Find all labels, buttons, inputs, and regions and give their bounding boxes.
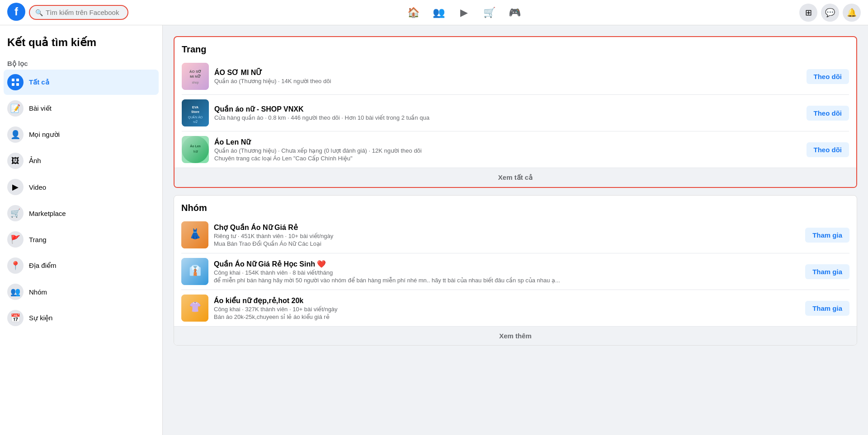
search-input[interactable]: áo nữ — [46, 9, 122, 16]
anh-icon: 🖼 — [7, 153, 24, 169]
shop-vnxk-meta: Cửa hàng quần áo · 0.8 km · 446 người th… — [214, 114, 801, 121]
svg-text:NỮ: NỮ — [193, 120, 197, 123]
trang-item-shop-vnxk[interactable]: EVA Store QUẦN ÁO NỮ Quần áo nữ - SHOP V… — [175, 95, 856, 131]
tat-ca-label: Tất cả — [29, 78, 49, 86]
video-label: Video — [29, 183, 46, 191]
tham-gia-cho-quan-ao-button[interactable]: Tham gia — [805, 228, 849, 243]
ao-kieu-nu-meta: Công khai · 327K thành viên · 10+ bài vi… — [214, 306, 800, 313]
svg-rect-4 — [12, 83, 14, 86]
sidebar-item-su-kien[interactable]: 📅 Sự kiện — [4, 305, 159, 331]
nhom-item-ao-kieu-nu[interactable]: 👚 Áo kiểu nữ đẹp,rẻ,hot 20k Công khai · … — [174, 290, 857, 326]
shop-vnxk-info: Quần áo nữ - SHOP VNXK Cửa hàng quần áo … — [214, 105, 801, 121]
nav-center-icons: 🏠 👥 ▶ 🛒 🎮 — [132, 4, 796, 22]
sidebar-item-bai-viet[interactable]: 📝 Bài viết — [4, 96, 159, 121]
xem-them-nhom-button[interactable]: Xem thêm — [174, 326, 857, 345]
ao-len-nu-meta: Quần áo (Thương hiệu) · Chưa xếp hạng (0… — [214, 147, 801, 154]
sidebar-title: Kết quả tìm kiếm — [4, 33, 159, 56]
hoc-sinh-avatar: 👔 — [181, 258, 208, 285]
sidebar-item-marketplace[interactable]: 🛒 Marketplace — [4, 201, 159, 226]
marketplace-nav-button[interactable]: 🛒 — [478, 4, 500, 22]
friends-nav-button[interactable]: 👥 — [428, 4, 449, 22]
ao-kieu-nu-info: Áo kiểu nữ đẹp,rẻ,hot 20k Công khai · 32… — [214, 296, 800, 320]
svg-text:👚: 👚 — [189, 301, 202, 313]
cho-quan-ao-avatar: 👗 — [181, 221, 208, 248]
dia-diem-icon: 📍 — [7, 257, 24, 274]
bai-viet-icon: 📝 — [7, 100, 24, 117]
svg-text:Nữ: Nữ — [193, 150, 198, 153]
trang-icon: 🚩 — [7, 231, 24, 248]
svg-text:shop: shop — [192, 81, 198, 84]
ao-so-mi-name: ÁO SƠ MI NỮ — [214, 68, 801, 77]
svg-text:MI NỮ: MI NỮ — [190, 74, 201, 79]
sidebar: Kết quả tìm kiếm Bộ lọc Tất cả 📝 Bài viế… — [0, 25, 163, 435]
search-box[interactable]: 🔍 áo nữ — [29, 5, 128, 20]
theo-doi-ao-len-nu-button[interactable]: Theo dõi — [807, 142, 849, 157]
shop-vnxk-name: Quần áo nữ - SHOP VNXK — [214, 105, 801, 113]
svg-text:👔: 👔 — [189, 264, 202, 276]
svg-rect-3 — [16, 79, 19, 81]
sidebar-item-tat-ca[interactable]: Tất cả — [4, 70, 159, 95]
ao-kieu-nu-name: Áo kiểu nữ đẹp,rẻ,hot 20k — [214, 296, 800, 305]
trang-section: Trang ÁO SƠ MI NỮ shop — [174, 36, 857, 188]
trang-label: Trang — [29, 236, 47, 243]
trang-item-ao-len-nu[interactable]: Áo Len Nữ Áo Len Nữ Quần áo (Thương hiệu… — [175, 131, 856, 168]
ao-so-mi-info: ÁO SƠ MI NỮ Quần áo (Thương hiệu) · 14K … — [214, 68, 801, 84]
nhom-item-cho-quan-ao[interactable]: 👗 Chợ Quần Áo Nữ Giá Rẻ Riêng tư · 451K … — [174, 217, 857, 253]
sidebar-item-trang[interactable]: 🚩 Trang — [4, 227, 159, 252]
bai-viet-label: Bài viết — [29, 104, 52, 112]
messenger-button[interactable]: 💬 — [821, 4, 839, 22]
ao-so-mi-action: Theo dõi — [807, 69, 849, 84]
xem-tat-ca-trang-button[interactable]: Xem tất cả — [175, 168, 856, 187]
theo-doi-shop-vnxk-button[interactable]: Theo dõi — [807, 106, 849, 121]
sidebar-item-dia-diem[interactable]: 📍 Địa điểm — [4, 253, 159, 278]
sidebar-item-anh[interactable]: 🖼 Ảnh — [4, 148, 159, 173]
svg-text:Store: Store — [191, 110, 199, 113]
ao-kieu-nu-action: Tham gia — [805, 301, 849, 316]
filter-label: Bộ lọc — [4, 56, 159, 70]
hoc-sinh-desc: để miễn phí bán hàng hãy mời 50 người và… — [214, 277, 800, 284]
nav-right-actions: ⊞ 💬 🔔 — [799, 4, 861, 22]
cho-quan-ao-action: Tham gia — [805, 228, 849, 243]
su-kien-icon: 📅 — [7, 310, 24, 326]
home-nav-button[interactable]: 🏠 — [402, 4, 424, 22]
notifications-button[interactable]: 🔔 — [843, 4, 861, 22]
ao-kieu-nu-desc: Bán áo 20k-25k,chuyeen sỉ lẻ áo kiểu giá… — [214, 313, 800, 320]
gaming-nav-button[interactable]: 🎮 — [504, 4, 525, 22]
svg-text:Áo Len: Áo Len — [190, 144, 201, 148]
sidebar-item-nhom[interactable]: 👥 Nhóm — [4, 279, 159, 304]
ao-kieu-nu-avatar: 👚 — [181, 295, 208, 322]
tham-gia-ao-kieu-nu-button[interactable]: Tham gia — [805, 301, 849, 316]
ao-len-nu-name: Áo Len Nữ — [214, 138, 801, 146]
moi-nguoi-label: Mọi người — [29, 131, 60, 139]
sidebar-item-moi-nguoi[interactable]: 👤 Mọi người — [4, 122, 159, 147]
nhom-item-hoc-sinh[interactable]: 👔 Quần Áo Nữ Giá Rẻ Học Sinh ❤️ Công kha… — [174, 253, 857, 290]
ao-len-nu-avatar: Áo Len Nữ — [182, 136, 209, 163]
svg-text:f: f — [14, 5, 19, 18]
ao-so-mi-meta: Quần áo (Thương hiệu) · 14K người theo d… — [214, 78, 801, 84]
nhom-section-title: Nhóm — [174, 196, 857, 217]
svg-text:EVA: EVA — [192, 106, 198, 109]
trang-section-title: Trang — [175, 37, 856, 58]
svg-rect-15 — [182, 136, 209, 163]
cho-quan-ao-desc: Mua Bán Trao Đổi Quần Áo Nữ Các Loại — [214, 240, 800, 247]
hoc-sinh-name: Quần Áo Nữ Giá Rẻ Học Sinh ❤️ — [214, 260, 800, 268]
ao-len-nu-action: Theo dõi — [807, 142, 849, 157]
trang-item-ao-so-mi[interactable]: ÁO SƠ MI NỮ shop ÁO SƠ MI NỮ Quần áo (Th… — [175, 58, 856, 94]
svg-text:QUẦN ÁO: QUẦN ÁO — [188, 115, 203, 119]
hoc-sinh-meta: Công khai · 154K thành viên · 8 bài viết… — [214, 269, 800, 276]
cho-quan-ao-name: Chợ Quần Áo Nữ Giá Rẻ — [214, 223, 800, 232]
ao-so-mi-avatar: ÁO SƠ MI NỮ shop — [182, 63, 209, 90]
grid-menu-button[interactable]: ⊞ — [799, 4, 817, 22]
svg-text:ÁO SƠ: ÁO SƠ — [189, 70, 202, 74]
sidebar-item-video[interactable]: ▶ Video — [4, 174, 159, 200]
main-layout: Kết quả tìm kiếm Bộ lọc Tất cả 📝 Bài viế… — [0, 25, 868, 435]
shop-vnxk-avatar: EVA Store QUẦN ÁO NỮ — [182, 99, 209, 126]
svg-text:👗: 👗 — [189, 228, 202, 240]
watch-nav-button[interactable]: ▶ — [453, 4, 475, 22]
hoc-sinh-action: Tham gia — [805, 264, 849, 279]
dia-diem-label: Địa điểm — [29, 262, 57, 270]
facebook-logo[interactable]: f — [7, 3, 25, 23]
tham-gia-hoc-sinh-button[interactable]: Tham gia — [805, 264, 849, 279]
theo-doi-ao-so-mi-button[interactable]: Theo dõi — [807, 69, 849, 84]
su-kien-label: Sự kiện — [29, 314, 52, 322]
